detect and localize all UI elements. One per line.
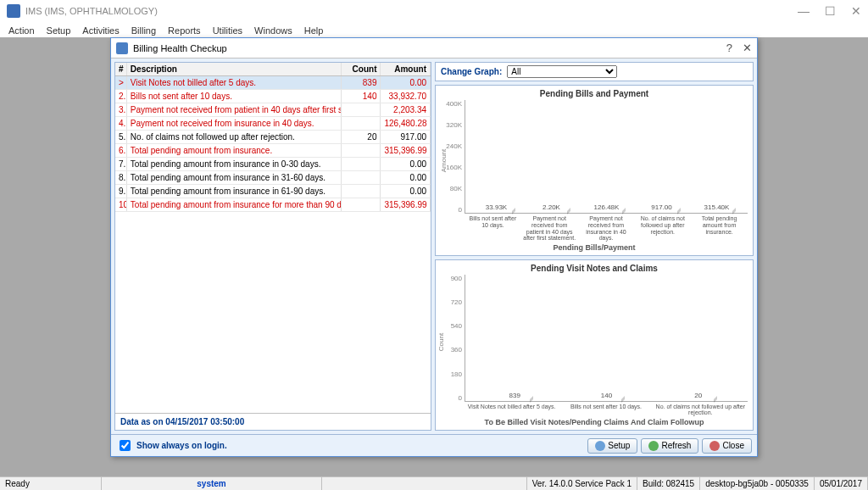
grid-pane: # Description Count Amount >Visit Notes … — [114, 62, 431, 431]
help-button[interactable]: ? — [726, 42, 732, 54]
menu-windows[interactable]: Windows — [254, 25, 292, 36]
menu-reports[interactable]: Reports — [168, 25, 201, 36]
col-description[interactable]: Description — [127, 63, 342, 75]
table-row[interactable]: 4.Payment not received from insurance in… — [115, 117, 431, 131]
status-ready: Ready — [0, 477, 102, 490]
minimize-button[interactable]: — — [798, 4, 810, 18]
col-count[interactable]: Count — [342, 63, 381, 75]
close-button[interactable]: Close — [702, 438, 752, 454]
table-header: # Description Count Amount — [115, 63, 431, 76]
table-body: >Visit Notes not billed after 5 days.839… — [115, 76, 431, 413]
table-row[interactable]: 7.Total pending amount from insurance in… — [115, 158, 431, 171]
show-always-checkbox[interactable]: Show always on login. — [116, 437, 227, 454]
refresh-button[interactable]: Refresh — [641, 438, 698, 454]
change-graph-bar: Change Graph: All — [435, 62, 754, 81]
menubar: ActionSetupActivitiesBillingReportsUtili… — [0, 22, 868, 39]
table-row[interactable]: 6.Total pending amount from insurance.31… — [115, 144, 431, 158]
col-amount[interactable]: Amount — [381, 63, 431, 75]
menu-action[interactable]: Action — [8, 25, 35, 36]
titlebar: IMS (IMS, OPHTHALMOLOGY) — ☐ ✕ — [0, 0, 868, 22]
table-row[interactable]: >Visit Notes not billed after 5 days.839… — [115, 76, 431, 90]
menu-billing[interactable]: Billing — [131, 25, 156, 36]
maximize-button[interactable]: ☐ — [825, 4, 836, 18]
statusbar: Ready system Ver. 14.0.0 Service Pack 1 … — [0, 476, 868, 490]
dialog-titlebar: Billing Health Checkup ? ✕ — [111, 38, 757, 58]
window-title: IMS (IMS, OPHTHALMOLOGY) — [25, 6, 158, 16]
show-always-input[interactable] — [120, 440, 131, 451]
table-row[interactable]: 8.Total pending amount from insurance in… — [115, 171, 431, 185]
setup-button[interactable]: Setup — [587, 438, 637, 454]
table-row[interactable]: 5.No. of claims not followed up after re… — [115, 131, 431, 144]
change-graph-select[interactable]: All — [507, 65, 617, 78]
table-row[interactable]: 3.Payment not received from patient in 4… — [115, 103, 431, 117]
status-system: system — [102, 477, 322, 490]
change-graph-label: Change Graph: — [441, 67, 502, 76]
close-window-button[interactable]: ✕ — [851, 4, 861, 18]
menu-setup[interactable]: Setup — [47, 25, 71, 36]
data-as-on-label: Data as on 04/15/2017 03:50:00 — [115, 413, 431, 430]
chart-pending-bills: Pending Bills and PaymentAmount400K320K2… — [435, 85, 754, 256]
chart-pending-visits: Pending Visit Notes and ClaimsCount90072… — [435, 259, 754, 431]
table-row[interactable]: 2.Bills not sent after 10 days.14033,932… — [115, 90, 431, 103]
app-logo-icon — [7, 4, 20, 18]
table-row[interactable]: 10.Total pending amount from insurance f… — [115, 198, 431, 212]
table-row[interactable]: 9.Total pending amount from insurance in… — [115, 185, 431, 198]
status-build: Build: 082415 — [637, 477, 700, 490]
workspace: Billing Health Checkup ? ✕ # Description… — [0, 37, 868, 476]
menu-help[interactable]: Help — [304, 25, 324, 36]
close-dialog-button[interactable]: ✕ — [743, 42, 752, 54]
status-version: Ver. 14.0.0 Service Pack 1 — [527, 477, 637, 490]
dialog-icon — [116, 42, 128, 54]
billing-health-checkup-dialog: Billing Health Checkup ? ✕ # Description… — [110, 37, 758, 457]
menu-activities[interactable]: Activities — [82, 25, 119, 36]
dialog-footer: Show always on login. Setup Refresh Clos… — [111, 434, 757, 456]
dialog-title: Billing Health Checkup — [133, 43, 726, 53]
chart-pane: Change Graph: All Pending Bills and Paym… — [435, 62, 754, 431]
status-date: 05/01/2017 — [815, 477, 868, 490]
status-desktop: desktop-bg5ja0b - 0050335 — [700, 477, 815, 490]
menu-utilities[interactable]: Utilities — [213, 25, 242, 36]
